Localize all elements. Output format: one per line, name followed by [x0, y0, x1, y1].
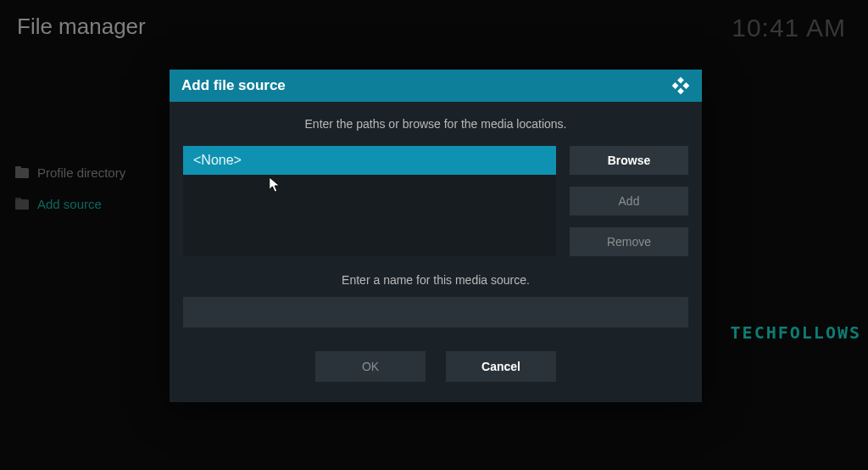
svg-rect-1 — [672, 82, 679, 89]
path-list[interactable]: <None> — [183, 146, 556, 256]
add-button[interactable]: Add — [570, 187, 688, 215]
browse-button[interactable]: Browse — [570, 146, 688, 175]
dialog-title-bar: Add file source — [170, 70, 702, 102]
ok-button[interactable]: OK — [315, 351, 426, 382]
name-prompt: Enter a name for this media source. — [183, 273, 688, 287]
source-name-input[interactable] — [183, 297, 688, 327]
path-entry-selected[interactable]: <None> — [183, 146, 556, 175]
cancel-button[interactable]: Cancel — [446, 351, 556, 382]
watermark-text: TECHFOLLOWS — [731, 322, 861, 343]
svg-rect-0 — [677, 77, 684, 84]
add-file-source-dialog: Add file source Enter the paths or brows… — [170, 70, 702, 402]
kodi-logo-icon — [671, 76, 690, 95]
instruction-text: Enter the paths or browse for the media … — [183, 117, 688, 131]
svg-rect-2 — [683, 82, 690, 89]
svg-rect-3 — [677, 88, 684, 95]
remove-button[interactable]: Remove — [570, 227, 688, 256]
dialog-title: Add file source — [181, 77, 286, 94]
